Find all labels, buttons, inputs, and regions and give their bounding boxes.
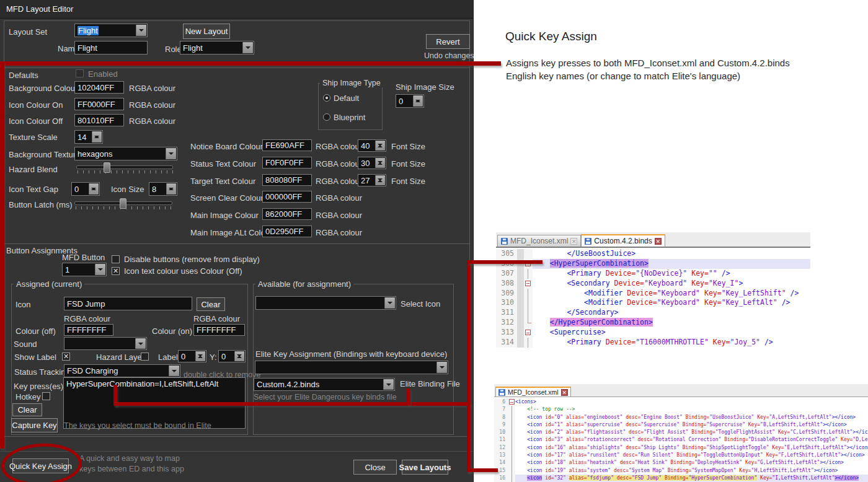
spinner-arrows-icon[interactable]	[375, 158, 385, 168]
assigned-group-label: Assigned (current)	[14, 279, 84, 289]
window-title-bar[interactable]: MFD Layout Editor	[0, 0, 473, 19]
disable-buttons-checkbox[interactable]	[112, 255, 120, 263]
line-number: 6	[494, 398, 508, 406]
role-dropdown[interactable]: Flight	[180, 41, 254, 55]
font-size-label: Font Size	[391, 142, 425, 151]
key-press-label: Key press(es)	[14, 382, 63, 391]
save-layouts-button[interactable]: Save Layouts	[402, 460, 448, 475]
spinner-arrows-icon[interactable]	[234, 351, 244, 361]
chevron-down-icon[interactable]	[95, 264, 105, 275]
background-colour-input[interactable]: 102040FF	[74, 81, 124, 94]
code-text: <Supercruise>	[533, 328, 810, 338]
editor-tab[interactable]: Custom.4.2.binds✕	[581, 234, 665, 247]
editor-tab[interactable]: MFD_Iconset.xml✕	[497, 235, 581, 247]
spinner-arrows-icon[interactable]	[413, 95, 423, 107]
slider-handle[interactable]	[104, 162, 110, 173]
notice-board-font-size-spinner[interactable]: 40	[358, 139, 386, 152]
main-image-alt-colour-input[interactable]: 0D2950FF	[262, 226, 312, 237]
font-size-label: Font Size	[391, 177, 425, 186]
label-y-spinner[interactable]: 0	[218, 350, 246, 362]
chevron-down-icon[interactable]	[166, 148, 176, 159]
code-line: 310 <Modifier Device="Keyboard" Key="Key…	[496, 298, 810, 308]
icon-size-spinner[interactable]: 8	[149, 182, 177, 196]
button-latch-slider[interactable]	[74, 198, 172, 212]
colour-on-input[interactable]: FFFFFFFF	[193, 324, 245, 336]
screen-clear-colour-label: Screen Clear Colour	[190, 193, 264, 203]
fold-margin	[524, 338, 533, 348]
hazard-layer-label: Hazard Layer	[96, 353, 144, 362]
chevron-down-icon[interactable]	[169, 366, 179, 376]
editor-tab[interactable]: MFD_Iconset.xml✕	[495, 387, 571, 397]
chevron-down-icon[interactable]	[436, 362, 447, 373]
default-radio[interactable]	[323, 94, 330, 102]
fold-margin	[508, 436, 515, 444]
spinner-arrows-icon[interactable]	[375, 141, 385, 151]
enabled-checkbox[interactable]	[76, 69, 84, 77]
colour-off-input[interactable]: FFFFFFFF	[64, 324, 113, 336]
label-x-spinner[interactable]: 0	[178, 350, 206, 362]
notice-board-colour-input[interactable]: FE690AFF	[262, 139, 312, 151]
name-input[interactable]: Flight	[74, 41, 148, 55]
icon-colour-off-input[interactable]: 801010FF	[74, 114, 124, 126]
icon-label: Icon	[16, 300, 31, 309]
blueprint-radio[interactable]	[323, 113, 330, 121]
texture-scale-spinner[interactable]: 14	[74, 130, 103, 144]
spinner-arrows-icon[interactable]	[195, 351, 205, 361]
hazard-layer-checkbox[interactable]	[141, 353, 149, 361]
spinner-arrows-icon[interactable]	[166, 183, 176, 195]
icon-colour-on-input[interactable]: FF0000FF	[74, 98, 124, 110]
ship-image-size-spinner[interactable]: 0	[396, 94, 424, 108]
main-image-colour-input[interactable]: 862000FF	[262, 208, 312, 220]
fold-toggle-icon[interactable]	[525, 330, 531, 335]
spinner-arrows-icon[interactable]	[89, 183, 99, 195]
chevron-down-icon[interactable]	[136, 25, 146, 36]
clear-keys-button[interactable]: Clear	[12, 403, 42, 416]
chevron-down-icon[interactable]	[242, 42, 253, 53]
capture-key-button[interactable]: Capture Key	[11, 418, 58, 432]
spinner-arrows-icon[interactable]	[375, 175, 385, 185]
code-line: 309 <Modifier Device="Keyboard" Key="Key…	[496, 289, 810, 299]
background-texture-dropdown[interactable]: hexagons	[74, 147, 177, 160]
code-area[interactable]: 6<icons>7 <!-- top row -->8 <icon id="0"…	[494, 397, 868, 482]
revert-button[interactable]: Revert	[426, 34, 470, 49]
target-text-font-size-spinner[interactable]: 27	[358, 174, 386, 186]
chevron-down-icon[interactable]	[384, 297, 395, 309]
close-tab-icon[interactable]: ✕	[570, 238, 577, 245]
screen-clear-colour-input[interactable]: 000000FF	[262, 191, 312, 203]
chevron-down-icon[interactable]	[383, 379, 394, 390]
sound-dropdown[interactable]	[64, 337, 147, 350]
show-label-checkbox[interactable]	[62, 353, 70, 361]
fold-toggle-icon[interactable]	[525, 281, 531, 286]
status-text-colour-input[interactable]: F0F0F0FF	[262, 157, 312, 169]
chevron-down-icon[interactable]	[135, 338, 146, 349]
close-button[interactable]: Close	[353, 460, 397, 475]
target-text-colour-input[interactable]: 808080FF	[262, 174, 312, 186]
new-layout-button[interactable]: New Layout	[183, 24, 230, 39]
spinner-arrows-icon[interactable]	[92, 131, 102, 142]
close-tab-icon[interactable]: ✕	[561, 389, 568, 396]
bookmark-margin	[517, 289, 524, 299]
bookmark-margin	[517, 279, 524, 289]
elite-key-assignment-dropdown[interactable]	[255, 361, 448, 374]
icon-text-colour-checkbox[interactable]	[112, 267, 120, 275]
mfd-button-dropdown[interactable]: 1	[62, 263, 107, 276]
select-icon-dropdown[interactable]	[255, 296, 396, 310]
binding-file-dropdown[interactable]: Custom.4.2.binds	[254, 378, 395, 391]
line-number: 307	[496, 269, 517, 279]
close-tab-icon[interactable]: ✕	[655, 238, 662, 245]
slider-handle[interactable]	[120, 198, 126, 209]
status-text-font-size-spinner[interactable]: 30	[358, 157, 386, 169]
clear-icon-button[interactable]: Clear	[197, 297, 225, 311]
assigned-icon-input[interactable]: FSD Jump	[64, 297, 192, 310]
fold-toggle-icon[interactable]	[509, 399, 515, 405]
font-size-label: Font Size	[391, 159, 425, 169]
hazard-blend-slider[interactable]	[76, 162, 173, 176]
hotkey-checkbox[interactable]	[42, 392, 50, 400]
icon-text-gap-spinner[interactable]: 0	[71, 182, 100, 196]
layout-set-dropdown[interactable]: Flight	[74, 24, 148, 37]
status-tracking-dropdown[interactable]: FSD Charging	[64, 364, 180, 377]
code-text: <Modifier Device="Keyboard" Key="Key_Lef…	[533, 289, 810, 299]
code-area[interactable]: 305 </UseBoostJuice>306 <HyperSuperCombi…	[496, 248, 810, 348]
annotation-title: Quick Key Assign	[505, 30, 597, 43]
line-number: 310	[496, 298, 517, 308]
